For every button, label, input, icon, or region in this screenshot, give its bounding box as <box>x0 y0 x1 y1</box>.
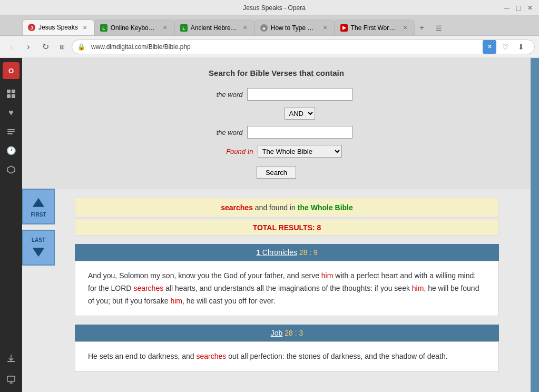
browser-body: O ♥ 🕐 <box>0 58 539 392</box>
tab-label-5: The First Word in the... <box>351 24 398 32</box>
last-button[interactable]: LAST <box>22 230 55 266</box>
verse-ref-nums-2: 28 : 3 <box>285 329 303 337</box>
tab-first-word[interactable]: The First Word in the... ✕ <box>335 19 415 35</box>
tab-ancient-hebrew[interactable]: L Ancient Hebrew Dicti... ✕ <box>174 19 254 35</box>
svg-rect-16 <box>7 129 15 130</box>
sidebar-monitor-icon[interactable] <box>3 371 19 388</box>
address-bar[interactable]: 🔒 www.dimdigital.com/Bible/Bible.php ✕ ♡… <box>72 40 535 54</box>
window-title: Jesus Speaks - Opera <box>46 4 502 12</box>
word1-input[interactable] <box>247 88 352 101</box>
tab-close-3[interactable]: ✕ <box>241 24 249 32</box>
highlight-him-2: him <box>412 284 424 292</box>
tab-close-5[interactable]: ✕ <box>401 24 409 32</box>
maximize-button[interactable]: □ <box>514 3 523 13</box>
grid-view-button[interactable]: ⊞ <box>55 40 70 54</box>
svg-marker-24 <box>33 248 45 257</box>
tab-favicon-5 <box>340 24 348 32</box>
secure-icon: 🔒 <box>77 43 85 51</box>
svg-text:J: J <box>30 25 33 31</box>
verse-header-1: 1 Chronicles 28 : 9 <box>75 244 499 261</box>
tab-label-4: How to Type Hebrew <box>271 24 318 32</box>
word2-row: the word <box>33 126 520 139</box>
title-bar: Jesus Speaks - Opera ─ □ ✕ <box>0 0 539 16</box>
svg-rect-13 <box>12 90 15 93</box>
results-summary: searches and found in the Whole Bible <box>75 198 499 218</box>
found-in-select[interactable]: The Whole Bible Old Testament New Testam… <box>258 145 342 158</box>
address-x-button[interactable]: ✕ <box>483 40 496 54</box>
verse-book-2[interactable]: Job <box>271 329 283 337</box>
window-controls: ─ □ ✕ <box>502 3 535 13</box>
tab-close-4[interactable]: ✕ <box>321 24 329 32</box>
tab-jesus-speaks[interactable]: J Jesus Speaks ✕ <box>22 19 94 35</box>
svg-marker-23 <box>33 198 45 207</box>
tab-favicon-2: L <box>100 24 107 32</box>
search-button[interactable]: Search <box>257 166 296 179</box>
summary-found: found in <box>269 203 298 212</box>
summary-scope: the Whole Bible <box>298 203 353 212</box>
new-tab-button[interactable]: + <box>415 21 429 35</box>
svg-text:L: L <box>102 26 105 31</box>
verse-block-1: 1 Chronicles 28 : 9 And you, Solomon my … <box>75 244 499 316</box>
sidebar-extensions-icon[interactable] <box>3 161 19 178</box>
back-button[interactable]: ‹ <box>4 40 19 54</box>
summary-and: and <box>255 203 269 212</box>
tab-favicon-3: L <box>180 24 188 32</box>
svg-rect-18 <box>7 133 13 134</box>
forward-button[interactable]: › <box>21 40 36 54</box>
nav-arrows: FIRST LAST <box>22 189 55 266</box>
tab-favicon-1: J <box>28 24 35 31</box>
verse-block-2: Job 28 : 3 He sets an end to darkness, a… <box>75 325 499 372</box>
close-button[interactable]: ✕ <box>525 3 535 13</box>
svg-text:★: ★ <box>262 26 266 31</box>
search-title: Search for Bible Verses that contain <box>33 68 520 77</box>
navigation-bar: ‹ › ↻ ⊞ 🔒 www.dimdigital.com/Bible/Bible… <box>0 36 539 58</box>
verse-body-1: And you, Solomon my son, know you the Go… <box>75 261 499 316</box>
tab-online-keyboard[interactable]: L Online Keyboard • Mu... ✕ <box>94 19 174 35</box>
tab-close-2[interactable]: ✕ <box>161 24 169 32</box>
word1-row: the word <box>33 88 520 101</box>
svg-rect-19 <box>7 361 15 362</box>
and-row: AND OR <box>33 107 520 120</box>
svg-rect-14 <box>7 94 11 98</box>
and-select[interactable]: AND OR <box>285 107 315 120</box>
word2-input[interactable] <box>247 126 352 139</box>
tab-overflow-button[interactable]: ☰ <box>432 21 446 35</box>
svg-rect-15 <box>12 94 15 98</box>
total-count: TOTAL RESULTS: 8 <box>253 223 321 232</box>
url-text: www.dimdigital.com/Bible/Bible.php <box>91 43 191 51</box>
download-page-button[interactable]: ⬇ <box>514 40 528 54</box>
summary-searches: searches <box>221 203 253 212</box>
sidebar: O ♥ 🕐 <box>0 58 22 392</box>
address-actions: ✕ ♡ ⬇ <box>483 40 528 54</box>
svg-text:O: O <box>8 67 14 75</box>
tab-how-to-type-hebrew[interactable]: ★ How to Type Hebrew ✕ <box>254 19 335 35</box>
bookmark-button[interactable]: ♡ <box>498 40 512 54</box>
sidebar-heart-icon[interactable]: ♥ <box>3 104 19 121</box>
minimize-button[interactable]: ─ <box>502 3 512 13</box>
search-section: Search for Bible Verses that contain the… <box>22 58 531 189</box>
highlight-him-3: him <box>170 297 182 305</box>
page-content: Search for Bible Verses that contain the… <box>22 58 531 392</box>
reload-button[interactable]: ↻ <box>38 40 53 54</box>
sidebar-grid-icon[interactable] <box>3 85 19 102</box>
tab-favicon-4: ★ <box>260 24 268 32</box>
first-button[interactable]: FIRST <box>22 189 55 224</box>
word2-label: the word <box>201 129 243 136</box>
sidebar-history-icon[interactable]: 🕐 <box>3 142 19 159</box>
sidebar-download-icon[interactable] <box>3 350 19 367</box>
svg-rect-20 <box>7 376 15 381</box>
tab-bar: J Jesus Speaks ✕ L Online Keyboard • Mu.… <box>0 16 539 36</box>
sidebar-news-icon[interactable] <box>3 123 19 140</box>
right-scrollbar[interactable] <box>531 58 539 392</box>
content-area[interactable]: Search for Bible Verses that contain the… <box>22 58 531 392</box>
verse-ref-nums-1: 28 : 9 <box>299 248 318 257</box>
tab-close-1[interactable]: ✕ <box>81 24 89 31</box>
found-in-label: Found In <box>211 148 253 155</box>
svg-rect-12 <box>7 90 11 93</box>
sidebar-opera-icon[interactable]: O <box>3 62 19 79</box>
tab-label-3: Ancient Hebrew Dicti... <box>191 24 238 32</box>
verse-book-1[interactable]: 1 Chronicles <box>256 248 297 257</box>
found-in-row: Found In The Whole Bible Old Testament N… <box>33 145 520 158</box>
tab-label-2: Online Keyboard • Mu... <box>111 24 158 32</box>
results-section: searches and found in the Whole Bible TO… <box>22 189 531 391</box>
